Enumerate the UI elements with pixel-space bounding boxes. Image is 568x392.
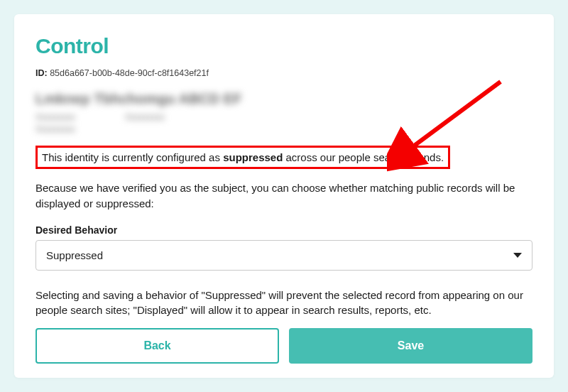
chevron-down-icon — [513, 253, 522, 258]
verification-text: Because we have verified you as the subj… — [36, 180, 532, 212]
desired-behavior-select-wrap: Suppressed — [36, 240, 532, 271]
helper-text: Selecting and saving a behavior of "Supp… — [36, 288, 532, 319]
redacted-identity-block: Lmknep Tbhchomgu ABCD EF XxxxxxxxxXxxxxx… — [36, 91, 532, 136]
desired-behavior-select[interactable]: Suppressed — [36, 240, 532, 271]
back-button[interactable]: Back — [36, 328, 279, 364]
page-title: Control — [36, 34, 532, 58]
button-row: Back Save — [36, 328, 532, 364]
record-id-line: ID: 85d6a667-b00b-48de-90cf-c8f1643ef21f — [36, 68, 532, 78]
id-label: ID: — [36, 68, 48, 78]
id-value: 85d6a667-b00b-48de-90cf-c8f1643ef21f — [50, 68, 209, 78]
status-highlight: This identity is currently configured as… — [36, 146, 450, 170]
status-bold: suppressed — [223, 151, 283, 163]
save-button[interactable]: Save — [289, 328, 532, 364]
status-suffix: across our people search brands. — [283, 151, 444, 163]
desired-behavior-label: Desired Behavior — [36, 224, 532, 236]
select-value: Suppressed — [46, 249, 103, 261]
control-panel-card: Control ID: 85d6a667-b00b-48de-90cf-c8f1… — [14, 14, 554, 378]
status-prefix: This identity is currently configured as — [42, 151, 223, 163]
